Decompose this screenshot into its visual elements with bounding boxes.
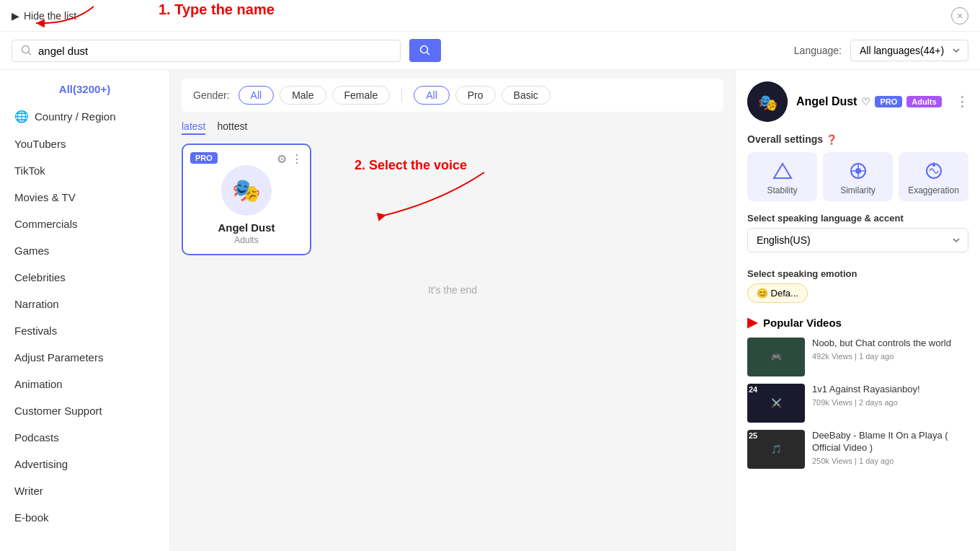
exaggeration-icon: [924, 161, 944, 181]
filter-row: Gender: All Male Female All Pro Basic: [182, 79, 723, 112]
filter-divider: [401, 88, 402, 102]
search-input[interactable]: [38, 45, 391, 57]
sidebar-item-games[interactable]: Games: [0, 237, 169, 264]
sidebar-item-youtubers[interactable]: YouTubers: [0, 131, 169, 157]
profile-name: Angel Dust: [796, 95, 857, 108]
sidebar-item-podcasts[interactable]: Podcasts: [0, 424, 169, 451]
heart-icon[interactable]: ♡: [861, 96, 870, 107]
search-button[interactable]: [409, 39, 441, 62]
emotion-button[interactable]: 😊 Defa...: [747, 283, 808, 303]
sidebar-item-label: Narration: [14, 298, 59, 310]
sidebar-item-advertising[interactable]: Advertising: [0, 451, 169, 477]
sidebar-item-label: Commercials: [14, 218, 78, 230]
video-thumb-wrap-3: 25 🎵: [747, 430, 805, 469]
sidebar-item-label: Animation: [14, 378, 63, 390]
voice-card-tag: Adults: [234, 235, 258, 245]
more-options-button[interactable]: ⋮: [291, 152, 303, 166]
sidebar-item-commercials[interactable]: Commercials: [0, 211, 169, 237]
sidebar-item-label: Celebrities: [14, 271, 66, 283]
sidebar-item-festivals[interactable]: Festivals: [0, 317, 169, 344]
video-title-3: DeeBaby - Blame It On a Playa ( Official…: [812, 430, 968, 454]
voice-card-angel-dust[interactable]: PRO ⚙ ⋮ 🎭 Angel Dust Adults: [182, 144, 311, 255]
stability-icon: [772, 161, 793, 181]
sidebar-item-label: Festivals: [14, 325, 57, 337]
sidebar-item-label: Customer Support: [14, 405, 102, 417]
stability-setting[interactable]: Stability: [747, 152, 817, 201]
similarity-setting[interactable]: Similarity: [823, 152, 893, 201]
avatar: 🎭: [221, 165, 272, 216]
sidebar-item-country-region[interactable]: 🌐 Country / Region: [0, 102, 169, 131]
similarity-icon: [848, 161, 868, 181]
gender-all-button[interactable]: All: [239, 86, 275, 105]
video-title-1: Noob, but Chat controls the world: [812, 338, 968, 350]
gender-female-button[interactable]: Female: [332, 86, 391, 105]
tier-all-button[interactable]: All: [414, 86, 450, 105]
right-panel: 🎭 Angel Dust ♡ PRO Adults ⋮ Overall sett…: [735, 70, 980, 551]
avatar: 🎭: [747, 81, 788, 122]
close-button[interactable]: ×: [951, 7, 968, 25]
language-select[interactable]: All languages(44+): [850, 40, 968, 61]
video-info-2: 1v1 Against Rayasianboy! 709k Views | 2 …: [812, 384, 968, 423]
search-icon: [21, 45, 32, 56]
popular-videos-title: ▶ Popular Videos: [747, 314, 968, 330]
main-layout: All(3200+) 🌐 Country / Region YouTubers …: [0, 70, 980, 551]
tier-basic-button[interactable]: Basic: [502, 86, 551, 105]
annotation-2-container: 2. Select the voice: [326, 158, 513, 247]
sidebar-item-animation[interactable]: Animation: [0, 371, 169, 397]
video-num-2: 24: [749, 385, 757, 394]
arrow-2-svg: [326, 158, 513, 244]
overall-settings-title: Overall settings ❓: [747, 133, 968, 145]
sidebar-item-label: Country / Region: [35, 110, 116, 123]
video-item-3[interactable]: 25 🎵 DeeBaby - Blame It On a Playa ( Off…: [747, 430, 968, 469]
sidebar-item-tiktok[interactable]: TikTok: [0, 157, 169, 184]
more-options-icon[interactable]: ⋮: [956, 94, 968, 110]
svg-point-2: [421, 46, 428, 53]
hide-list-label: Hide the list: [24, 10, 76, 22]
settings-icon-button[interactable]: ⚙: [277, 152, 287, 166]
sidebar-item-adjust-parameters[interactable]: Adjust Parameters: [0, 344, 169, 371]
gender-male-button[interactable]: Male: [280, 86, 326, 105]
tab-latest[interactable]: latest: [182, 120, 205, 135]
sidebar-item-label: Advertising: [14, 458, 68, 470]
adults-badge: Adults: [906, 96, 941, 107]
search-btn-icon: [419, 45, 431, 56]
video-item-1[interactable]: 🎮 Noob, but Chat controls the world 492k…: [747, 338, 968, 376]
exaggeration-label: Exaggeration: [908, 185, 959, 195]
annotation-1: 1. Type the name: [159, 1, 275, 18]
settings-grid: Stability Similarity Exaggeratio: [747, 152, 968, 201]
tab-hottest[interactable]: hottest: [217, 120, 247, 135]
sidebar-item-writer[interactable]: Writer: [0, 477, 169, 504]
sidebar-item-narration[interactable]: Narration: [0, 291, 169, 317]
sidebar-item-all[interactable]: All(3200+): [0, 76, 169, 102]
video-meta-1: 492k Views | 1 day ago: [812, 352, 968, 361]
sidebar-item-label: TikTok: [14, 164, 45, 177]
svg-line-3: [427, 53, 430, 56]
sidebar-item-label: Adjust Parameters: [14, 351, 103, 363]
card-actions: ⚙ ⋮: [277, 152, 303, 166]
tier-pro-button[interactable]: Pro: [455, 86, 496, 105]
chevron-right-icon: ▶: [12, 10, 19, 22]
voice-card-name: Angel Dust: [218, 221, 275, 234]
sidebar-item-movies-tv[interactable]: Movies & TV: [0, 184, 169, 211]
avatar-svg: 🎭: [747, 81, 788, 122]
sidebar-item-e-book[interactable]: E-book: [0, 504, 169, 531]
video-num-3: 25: [749, 431, 757, 440]
language-accent-select[interactable]: English(US): [747, 228, 968, 252]
video-meta-2: 709k Views | 2 days ago: [812, 398, 968, 407]
sidebar-item-label: Podcasts: [14, 431, 59, 444]
video-meta-3: 250k Views | 1 day ago: [812, 457, 968, 465]
hide-list-button[interactable]: ▶ Hide the list: [12, 10, 76, 22]
video-info-3: DeeBaby - Blame It On a Playa ( Official…: [812, 430, 968, 469]
gender-label: Gender:: [193, 89, 230, 101]
top-bar: ▶ Hide the list 1. Type the name ×: [0, 0, 980, 32]
youtube-icon: ▶: [747, 314, 757, 330]
video-info-1: Noob, but Chat controls the world 492k V…: [812, 338, 968, 376]
sidebar-item-label: Writer: [14, 485, 43, 497]
search-input-wrap: [12, 40, 401, 62]
sidebar-item-customer-support[interactable]: Customer Support: [0, 397, 169, 424]
help-icon[interactable]: ❓: [826, 134, 837, 145]
sidebar-item-celebrities[interactable]: Celebrities: [0, 264, 169, 291]
exaggeration-setting[interactable]: Exaggeration: [899, 152, 968, 201]
cards-grid: PRO ⚙ ⋮ 🎭 Angel Dust Adults: [182, 144, 723, 255]
video-item-2[interactable]: 24 ⚔️ 1v1 Against Rayasianboy! 709k View…: [747, 384, 968, 423]
